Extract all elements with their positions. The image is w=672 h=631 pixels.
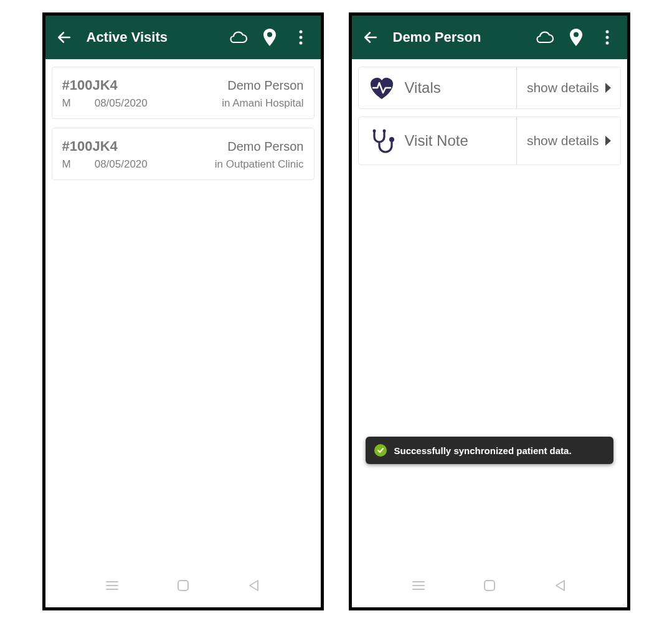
section-vitals[interactable]: Vitals show details: [358, 67, 621, 109]
svg-point-14: [389, 137, 394, 142]
android-navbar: [45, 564, 321, 607]
visit-location: in Outpatient Clinic: [215, 158, 304, 171]
svg-rect-7: [178, 581, 188, 591]
cloud-icon: [229, 31, 248, 44]
page-title: Demo Person: [393, 29, 481, 45]
svg-point-15: [372, 130, 376, 133]
visit-date: 08/05/2020: [95, 97, 148, 110]
show-details-button[interactable]: show details: [516, 117, 620, 164]
more-button[interactable]: [595, 25, 620, 50]
svg-point-12: [605, 42, 608, 45]
cloud-icon: [536, 31, 554, 44]
arrow-left-icon: [362, 29, 379, 45]
nav-recent-button[interactable]: [406, 573, 431, 598]
patient-gender: M: [62, 97, 71, 110]
back-button[interactable]: [359, 26, 382, 49]
triangle-left-icon: [248, 579, 260, 592]
svg-marker-8: [250, 581, 258, 591]
patient-name: Demo Person: [227, 140, 303, 154]
nav-recent-button[interactable]: [100, 573, 125, 598]
sync-toast: Successfully synchronized patient data.: [366, 437, 613, 464]
section-label: Vitals: [405, 80, 441, 96]
chevron-right-icon: [604, 82, 612, 93]
chevron-right-icon: [604, 135, 612, 146]
phone-left: Active Visits #100JK4 Demo Person M 08/0…: [42, 12, 324, 610]
location-pin-icon: [263, 29, 276, 46]
svg-point-1: [299, 31, 302, 34]
svg-point-2: [299, 36, 302, 39]
menu-icon: [412, 580, 425, 591]
patient-id: #100JK4: [62, 77, 118, 93]
cloud-button[interactable]: [226, 25, 251, 50]
svg-point-11: [605, 36, 608, 39]
visit-card[interactable]: #100JK4 Demo Person M 08/05/2020 in Aman…: [52, 67, 315, 119]
triangle-left-icon: [554, 579, 567, 592]
section-visit-note[interactable]: Visit Note show details: [358, 116, 621, 165]
android-navbar: [352, 564, 627, 607]
phone-right: Demo Person Vitals show details: [349, 12, 630, 610]
visit-date: 08/05/2020: [95, 158, 148, 171]
show-details-label: show details: [527, 80, 599, 95]
arrow-left-icon: [56, 29, 72, 45]
visits-list: #100JK4 Demo Person M 08/05/2020 in Aman…: [45, 59, 321, 564]
more-vert-icon: [299, 30, 303, 45]
appbar: Active Visits: [45, 16, 321, 59]
svg-marker-17: [605, 136, 611, 146]
square-icon: [176, 579, 190, 592]
location-pin-icon: [570, 29, 582, 46]
patient-name: Demo Person: [227, 78, 303, 93]
more-button[interactable]: [288, 25, 313, 50]
visit-location: in Amani Hospital: [222, 97, 303, 110]
patient-gender: M: [62, 158, 71, 171]
show-details-label: show details: [527, 133, 599, 148]
page-title: Active Visits: [87, 29, 168, 45]
square-icon: [483, 579, 496, 592]
location-button[interactable]: [564, 25, 589, 50]
nav-back-button[interactable]: [548, 573, 573, 598]
menu-icon: [105, 580, 119, 591]
heart-vitals-icon: [367, 74, 396, 102]
appbar: Demo Person: [352, 16, 627, 59]
section-label: Visit Note: [405, 133, 468, 149]
show-details-button[interactable]: show details: [516, 67, 620, 108]
sections-list: Vitals show details Visit Note show deta…: [352, 59, 627, 564]
svg-point-10: [605, 31, 608, 34]
nav-home-button[interactable]: [477, 573, 502, 598]
check-circle-icon: [374, 444, 387, 457]
stethoscope-icon: [367, 126, 396, 155]
patient-id: #100JK4: [62, 138, 118, 154]
cloud-button[interactable]: [532, 25, 557, 50]
nav-home-button[interactable]: [171, 573, 196, 598]
svg-marker-22: [556, 581, 564, 591]
svg-rect-21: [485, 581, 495, 591]
back-button[interactable]: [53, 26, 75, 49]
visit-card[interactable]: #100JK4 Demo Person M 08/05/2020 in Outp…: [52, 128, 315, 180]
svg-marker-13: [605, 83, 611, 93]
toast-message: Successfully synchronized patient data.: [394, 445, 572, 456]
location-button[interactable]: [257, 25, 282, 50]
svg-point-3: [299, 42, 302, 45]
nav-back-button[interactable]: [242, 573, 267, 598]
more-vert-icon: [605, 30, 609, 45]
svg-point-16: [382, 130, 386, 133]
